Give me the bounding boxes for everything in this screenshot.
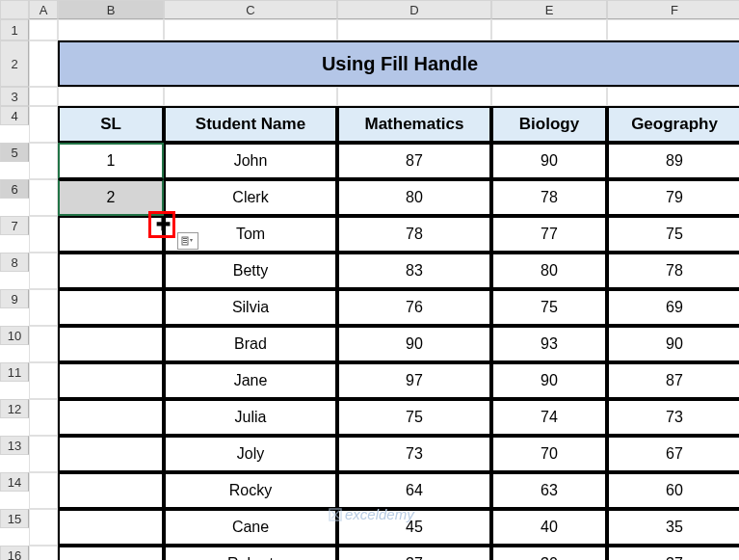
cell-A14[interactable]	[29, 472, 58, 509]
cell-geo-15[interactable]: 35	[607, 509, 739, 546]
cell-A3[interactable]	[29, 87, 58, 106]
cell-name-10[interactable]: Brad	[164, 326, 337, 362]
cell-C1[interactable]	[164, 19, 337, 40]
cell-A13[interactable]	[29, 436, 58, 472]
cell-name-14[interactable]: Rocky	[164, 472, 337, 509]
row-header-5[interactable]: 5	[0, 143, 29, 162]
title-cell[interactable]: Using Fill Handle	[58, 40, 739, 87]
cell-A4[interactable]	[29, 106, 58, 143]
col-header-E[interactable]: E	[491, 0, 607, 19]
row-header-7[interactable]: 7	[0, 216, 29, 235]
spreadsheet-grid[interactable]: A B C D E F 1 2 Using Fill Handle 3 4 SL…	[0, 0, 739, 560]
cell-bio-8[interactable]: 80	[491, 253, 607, 289]
cell-bio-11[interactable]: 90	[491, 362, 607, 399]
cell-A9[interactable]	[29, 289, 58, 326]
cell-A7[interactable]	[29, 216, 58, 253]
cell-sl-11[interactable]	[58, 362, 164, 399]
header-name[interactable]: Student Name	[164, 106, 337, 143]
cell-geo-11[interactable]: 87	[607, 362, 739, 399]
row-header-10[interactable]: 10	[0, 326, 29, 345]
cell-D1[interactable]	[337, 19, 491, 40]
cell-A15[interactable]	[29, 509, 58, 546]
col-header-A[interactable]: A	[29, 0, 58, 19]
row-header-3[interactable]: 3	[0, 87, 29, 106]
cell-sl-16[interactable]	[58, 546, 164, 560]
col-header-F[interactable]: F	[607, 0, 739, 19]
cell-math-14[interactable]: 64	[337, 472, 491, 509]
col-header-B[interactable]: B	[58, 0, 164, 19]
cell-geo-10[interactable]: 90	[607, 326, 739, 362]
cell-A16[interactable]	[29, 546, 58, 560]
cell-geo-5[interactable]: 89	[607, 143, 739, 179]
cell-F3[interactable]	[607, 87, 739, 106]
cell-math-7[interactable]: 78	[337, 216, 491, 253]
header-math[interactable]: Mathematics	[337, 106, 491, 143]
cell-sl-8[interactable]	[58, 253, 164, 289]
row-header-6[interactable]: 6	[0, 179, 29, 199]
cell-math-8[interactable]: 83	[337, 253, 491, 289]
cell-B1[interactable]	[58, 19, 164, 40]
cell-math-6[interactable]: 80	[337, 179, 491, 216]
row-header-13[interactable]: 13	[0, 436, 29, 455]
autofill-options-icon[interactable]	[177, 232, 198, 250]
cell-math-10[interactable]: 90	[337, 326, 491, 362]
select-all-corner[interactable]	[0, 0, 29, 19]
cell-math-13[interactable]: 73	[337, 436, 491, 472]
row-header-1[interactable]: 1	[0, 19, 29, 40]
row-header-2[interactable]: 2	[0, 40, 29, 87]
cell-math-11[interactable]: 97	[337, 362, 491, 399]
cell-sl-6[interactable]: 2	[58, 179, 164, 216]
cell-sl-15[interactable]	[58, 509, 164, 546]
col-header-D[interactable]: D	[337, 0, 491, 19]
cell-bio-9[interactable]: 75	[491, 289, 607, 326]
cell-A10[interactable]	[29, 326, 58, 362]
cell-E1[interactable]	[491, 19, 607, 40]
cell-name-16[interactable]: Robert	[164, 546, 337, 560]
cell-name-6[interactable]: Clerk	[164, 179, 337, 216]
cell-geo-12[interactable]: 73	[607, 399, 739, 436]
cell-geo-13[interactable]: 67	[607, 436, 739, 472]
cell-name-8[interactable]: Betty	[164, 253, 337, 289]
cell-A12[interactable]	[29, 399, 58, 436]
cell-bio-14[interactable]: 63	[491, 472, 607, 509]
cell-math-12[interactable]: 75	[337, 399, 491, 436]
col-header-C[interactable]: C	[164, 0, 337, 19]
cell-sl-14[interactable]	[58, 472, 164, 509]
cell-E3[interactable]	[491, 87, 607, 106]
cell-math-16[interactable]: 37	[337, 546, 491, 560]
cell-D3[interactable]	[337, 87, 491, 106]
header-geo[interactable]: Geography	[607, 106, 739, 143]
cell-name-15[interactable]: Cane	[164, 509, 337, 546]
cell-name-12[interactable]: Julia	[164, 399, 337, 436]
cell-C3[interactable]	[164, 87, 337, 106]
cell-bio-5[interactable]: 90	[491, 143, 607, 179]
cell-sl-5[interactable]: 1	[58, 143, 164, 179]
cell-bio-16[interactable]: 30	[491, 546, 607, 560]
cell-bio-7[interactable]: 77	[491, 216, 607, 253]
row-header-11[interactable]: 11	[0, 362, 29, 382]
cell-sl-9[interactable]	[58, 289, 164, 326]
cell-bio-6[interactable]: 78	[491, 179, 607, 216]
cell-name-9[interactable]: Silvia	[164, 289, 337, 326]
cell-math-15[interactable]: 45	[337, 509, 491, 546]
cell-geo-16[interactable]: 37	[607, 546, 739, 560]
cell-bio-10[interactable]: 93	[491, 326, 607, 362]
cell-math-5[interactable]: 87	[337, 143, 491, 179]
cell-math-9[interactable]: 76	[337, 289, 491, 326]
cell-sl-13[interactable]	[58, 436, 164, 472]
row-header-14[interactable]: 14	[0, 472, 29, 492]
row-header-15[interactable]: 15	[0, 509, 29, 528]
cell-F1[interactable]	[607, 19, 739, 40]
header-sl[interactable]: SL	[58, 106, 164, 143]
cell-name-5[interactable]: John	[164, 143, 337, 179]
cell-bio-12[interactable]: 74	[491, 399, 607, 436]
row-header-8[interactable]: 8	[0, 253, 29, 272]
row-header-16[interactable]: 16	[0, 546, 29, 560]
cell-A1[interactable]	[29, 19, 58, 40]
row-header-12[interactable]: 12	[0, 399, 29, 418]
row-header-4[interactable]: 4	[0, 106, 29, 125]
cell-A5[interactable]	[29, 143, 58, 179]
cell-bio-15[interactable]: 40	[491, 509, 607, 546]
cell-geo-9[interactable]: 69	[607, 289, 739, 326]
cell-B3[interactable]	[58, 87, 164, 106]
